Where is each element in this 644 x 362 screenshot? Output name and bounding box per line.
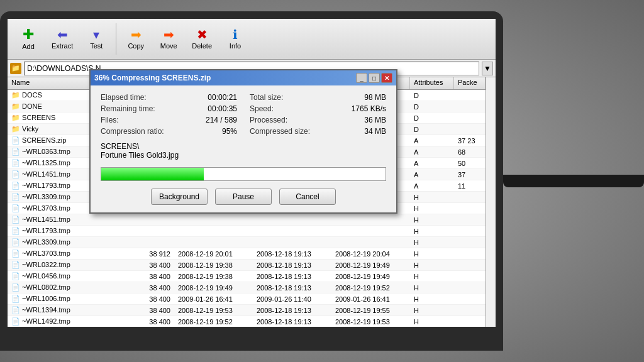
list-item[interactable]: 📄 ~WRL1793.tmp H (8, 226, 486, 237)
maximize-button[interactable]: □ (369, 73, 380, 83)
test-icon: ▾ (93, 28, 99, 41)
file-accessed: 2008-12-19 19:49 (331, 273, 410, 280)
move-label: Move (160, 42, 177, 50)
file-size: 38 400 (130, 307, 174, 314)
move-icon: ➡ (164, 28, 174, 41)
elapsed-label: Elapsed time: (101, 93, 147, 102)
background-button[interactable]: Background (151, 189, 208, 205)
move-button[interactable]: ➡ Move (153, 26, 184, 52)
files-label: Files: (101, 116, 119, 124)
file-attrs: D (410, 114, 454, 122)
file-size: 38 400 (130, 273, 174, 280)
compressed-size-label: Compressed size: (250, 127, 310, 136)
extract-label: Extract (52, 42, 73, 50)
close-button[interactable]: ✕ (381, 73, 392, 83)
test-button[interactable]: ▾ Test (80, 26, 112, 52)
pause-button[interactable]: Pause (215, 189, 272, 205)
file-attrs: H (410, 307, 454, 314)
file-name: 📄 ~WRL1793.tmp (8, 227, 130, 235)
file-name: 📄 ~WRL1451.tmp (8, 216, 130, 224)
dialog-buttons: Background Pause Cancel (101, 189, 386, 205)
file-attrs: H (410, 261, 454, 269)
compressed-size-value: 34 MB (364, 127, 386, 136)
cancel-button[interactable]: Cancel (279, 189, 336, 205)
file-accessed: 2008-12-19 19:53 (331, 318, 410, 326)
file-size: 38 912 (130, 250, 174, 258)
list-item[interactable]: 📄 ~WRL1451.tmp H (8, 214, 486, 226)
list-item[interactable]: 📄 ~WRL1492.tmp 38 400 2008-12-19 19:52 2… (8, 316, 486, 327)
file-accessed: 2009-01-26 16:41 (331, 295, 410, 303)
file-name: 📄 ~WRL0456.tmp (8, 272, 130, 280)
speed-row: Speed: 1765 KB/s (250, 104, 386, 113)
file-modified: 2008-12-19 19:38 (174, 261, 253, 269)
delete-label: Delete (192, 42, 212, 50)
info-label: Info (230, 42, 241, 50)
minimize-button[interactable]: _ (356, 73, 367, 83)
current-file-display: SCREENS\ Fortune Tiles Gold3.jpg (101, 142, 386, 162)
col-header-packed[interactable]: Packe (454, 77, 486, 89)
file-attrs: A (410, 171, 454, 178)
toolbar: ✚ Add ⬅ Extract ▾ Test ➡ Copy ➡ Move ✖ (8, 19, 496, 60)
file-size: 38 400 (130, 284, 174, 292)
file-packed: 11 (454, 182, 486, 190)
file-attrs: H (410, 239, 454, 246)
file-attrs: A (410, 160, 454, 167)
elapsed-value: 00:00:21 (208, 93, 237, 102)
remaining-value: 00:00:35 (208, 104, 237, 113)
file-attrs: H (410, 295, 454, 303)
file-attrs: H (410, 216, 454, 224)
progress-bar-container (101, 167, 386, 181)
list-item[interactable]: 📄 ~WRL3703.tmp 38 912 2008-12-19 20:01 2… (8, 248, 486, 260)
list-item[interactable]: 📄 ~WRL0802.tmp 38 400 2008-12-19 19:49 2… (8, 282, 486, 293)
copy-button[interactable]: ➡ Copy (120, 26, 152, 52)
current-dir: SCREENS\ (101, 142, 386, 151)
file-created: 2008-12-18 19:13 (253, 284, 331, 292)
dialog-title: 36% Compressing SCREENS.zip (94, 74, 356, 82)
file-size: 38 400 (130, 318, 174, 326)
file-modified: 2008-12-19 19:38 (174, 273, 253, 280)
compression-dialog[interactable]: 36% Compressing SCREENS.zip _ □ ✕ Elapse… (89, 69, 397, 214)
file-modified: 2008-12-19 19:49 (174, 284, 253, 292)
dialog-controls: _ □ ✕ (356, 73, 392, 83)
file-attrs: D (410, 92, 454, 99)
file-modified: 2009-01-26 16:41 (174, 295, 253, 303)
list-item[interactable]: 📄 ~WRL3309.tmp H (8, 237, 486, 248)
list-item[interactable]: 📄 ~WRL1394.tmp 38 400 2008-12-19 19:53 2… (8, 305, 486, 316)
file-name: 📄 ~WRL1394.tmp (8, 306, 130, 314)
file-created: 2008-12-18 19:13 (253, 250, 331, 258)
remaining-row: Remaining time: 00:00:35 (101, 104, 237, 113)
file-name: 📄 ~WRL1492.tmp (8, 317, 130, 326)
current-filename: Fortune Tiles Gold3.jpg (101, 151, 386, 160)
info-button[interactable]: ℹ Info (219, 26, 251, 52)
file-created: 2008-12-18 19:13 (253, 307, 331, 314)
info-icon: ℹ (233, 28, 238, 41)
file-packed: 68 (454, 148, 486, 156)
file-attrs: A (410, 182, 454, 190)
col-header-attrs[interactable]: Attributes (410, 77, 454, 89)
add-button[interactable]: ✚ Add (13, 25, 44, 53)
file-accessed: 2008-12-19 20:04 (331, 250, 410, 258)
processed-value: 36 MB (364, 116, 386, 124)
address-dropdown[interactable]: ▼ (482, 62, 493, 75)
add-label: Add (22, 43, 35, 50)
list-item[interactable]: 📄 ~WRL0322.tmp 38 400 2008-12-19 19:38 2… (8, 260, 486, 271)
file-created: 2008-12-18 19:13 (253, 273, 331, 280)
file-modified: 2008-12-19 19:53 (174, 307, 253, 314)
file-created: 2009-01-26 11:40 (253, 295, 331, 303)
file-created: 2008-12-18 19:13 (253, 261, 331, 269)
scrollbar[interactable] (486, 77, 496, 327)
file-modified: 2008-12-19 20:01 (174, 250, 253, 258)
file-attrs: H (410, 284, 454, 292)
delete-button[interactable]: ✖ Delete (186, 26, 218, 52)
file-attrs: A (410, 148, 454, 156)
list-item[interactable]: 📄 ~WRL0456.tmp 38 400 2008-12-19 19:38 2… (8, 271, 486, 282)
info-grid: Elapsed time: 00:00:21 Total size: 98 MB… (101, 93, 386, 136)
files-row: Files: 214 / 589 (101, 116, 237, 124)
file-accessed: 2008-12-19 19:49 (331, 261, 410, 269)
list-item[interactable]: 📄 ~WRL1006.tmp 38 400 2009-01-26 16:41 2… (8, 293, 486, 305)
extract-button[interactable]: ⬅ Extract (45, 26, 79, 52)
file-attrs: H (410, 318, 454, 326)
test-label: Test (90, 42, 103, 50)
compression-ratio-row: Compression ratio: 95% (101, 127, 237, 136)
compression-ratio-value: 95% (222, 127, 237, 136)
